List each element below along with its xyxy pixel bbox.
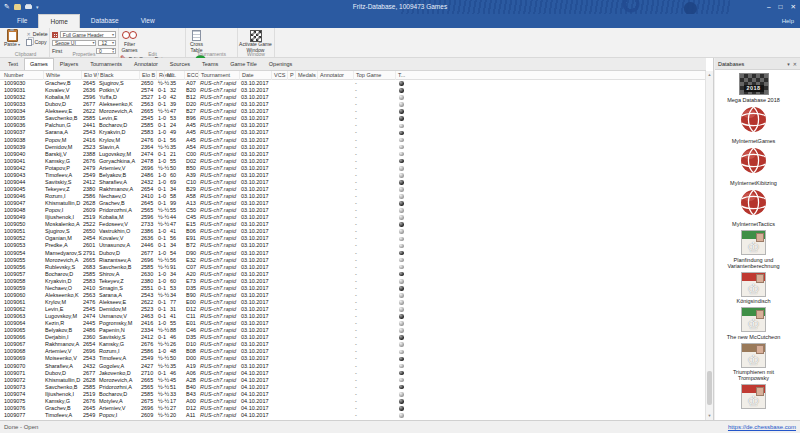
database-item-myinternetkibitzing[interactable]: MyInternetKibitzing [730, 147, 777, 186]
column-header-top-game[interactable]: Top Game [353, 71, 395, 80]
game-row[interactable]: 1009049Iljiushenok,I2519Kobalia,M2596½-½… [0, 214, 706, 221]
game-row[interactable]: 1009055Morozevich,A2665Riazantsev,A2696½… [0, 257, 706, 264]
column-header-eco[interactable]: ECO [184, 71, 197, 80]
game-row[interactable]: 1009054Mamedyarov,S2791Dubov,D26771-054D… [0, 250, 706, 257]
column-header-black[interactable]: Black [97, 71, 138, 80]
game-row[interactable]: 1009048Popov,I2609Pridorozhni,A2565½-½55… [0, 207, 706, 214]
font-size-select[interactable]: 12▾ [98, 40, 116, 47]
column-header-tournament[interactable]: Tournament [198, 71, 238, 80]
game-row[interactable]: 1009033Dubov,D2677Alekseenko,K25630-139D… [0, 101, 706, 108]
list-tab-games[interactable]: Games [24, 58, 54, 70]
game-row[interactable]: 1009046Rozum,I2586Nechaev,O24101-058A58R… [0, 193, 706, 200]
game-row[interactable]: 1009075Kamsky,G2676Motylev,A2675½-½17A00… [0, 398, 706, 405]
game-header-select[interactable]: Full Game Header▾ [60, 31, 116, 38]
list-tab-openings[interactable]: Openings [263, 58, 299, 70]
database-item-planfindung-und-variantenberechnung[interactable]: ♔Planfindung und Variantenberechnung [718, 230, 790, 269]
game-row[interactable]: 1009058Kryakvin,D2583Tekeyev,Z23801-060E… [0, 278, 706, 285]
game-row[interactable]: 1009030Grachev,B2645Sjugirov,S2650½-½35A… [0, 80, 706, 87]
column-header-m[interactable]: M... [164, 71, 180, 80]
game-row[interactable]: 1009035Savchenko,B2585Levin,E25451-053B9… [0, 115, 706, 122]
help-link[interactable]: Help [782, 14, 794, 28]
copy-button[interactable]: Copy [26, 39, 47, 46]
game-row[interactable]: 1009050Moskalenko,A2522Fedoseev,V2733½-½… [0, 221, 706, 228]
game-row[interactable]: 1009072Khismatullin,D2628Morozevich,A266… [0, 377, 706, 384]
game-row[interactable]: 1009052Oganian,M2454Kovalev,V26360-156E9… [0, 235, 706, 242]
cross-table-button[interactable]: Cross Table [186, 28, 207, 53]
game-row[interactable]: 1009061Krylov,M2476Alekseev,E26220-177E0… [0, 299, 706, 306]
game-row[interactable]: 1009065Belyakov,B2486Papenin,N2334½-½88C… [0, 327, 706, 334]
column-header-t[interactable]: T... [395, 71, 407, 80]
game-row[interactable]: 1009064Kezin,R2445Pogromsky,M24161-055E0… [0, 320, 706, 327]
game-row[interactable]: 1009068Artemiev,V2696Rozum,I25861-048B08… [0, 348, 706, 355]
list-tab-sources[interactable]: Sources [164, 58, 196, 70]
close-button[interactable]: ✕ [791, 0, 796, 14]
game-row[interactable]: 1009056Rublevsky,S2683Savchenko,B2585½-½… [0, 264, 706, 271]
maximize-button[interactable]: □ [779, 0, 783, 14]
game-row[interactable]: 1009051Sjugirov,S2650Vastrukhin,O23861-0… [0, 228, 706, 235]
database-item-the-new-mccutcheon[interactable]: ♔The new McCutcheon [727, 307, 781, 340]
game-row[interactable]: 1009070Sharafiev,A2432Gogolev,A2427½-½35… [0, 363, 706, 370]
game-row[interactable]: 1009067Rakhmanov,A2654Kamsky,G2676½-½26D… [0, 341, 706, 348]
column-header-date[interactable]: Date [239, 71, 270, 80]
game-row[interactable]: 1009069Moiseenko,V2543Timofeev,A2549½-½5… [0, 355, 706, 362]
game-row[interactable]: 1009041Kamsky,G2676Goryachkina,A24781-05… [0, 158, 706, 165]
game-row[interactable]: 1009032Kobalia,M2596Yuffa,D25271-042B12R… [0, 94, 706, 101]
games-scrollbar-thumb[interactable] [707, 371, 712, 405]
game-row[interactable]: 1009077Timofeev,A2549Popov,I2609½-½20A11… [0, 412, 706, 419]
game-row[interactable]: 1009060Alekseenko,K2563Sarana,A2543½-½34… [0, 292, 706, 299]
ribbon-tab-view[interactable]: View [130, 14, 166, 28]
games-scrollbar[interactable]: ▲ ▼ [705, 71, 713, 420]
game-row[interactable]: 1009071Dubov,D2677Jakovenko,D27100-146A0… [0, 370, 706, 377]
column-header-white[interactable]: White [43, 71, 81, 80]
game-row[interactable]: 1009076Grachev,B2645Artemiev,V2696½-½27D… [0, 405, 706, 412]
database-item-dvd-red[interactable]: ♔ [741, 384, 766, 409]
filter-games-button[interactable]: Filter Games [120, 28, 139, 53]
game-row[interactable]: 1009039Demidov,M2523Slavin,A2364½-½35A54… [0, 144, 706, 151]
column-header-p[interactable]: P [287, 71, 294, 80]
database-item-mega-database-2018[interactable]: 2018Mega Database 2018 [727, 73, 780, 103]
database-item-k-nigsindisch[interactable]: ♔Königsindisch [737, 272, 771, 305]
game-row[interactable]: 1009063Lugovskoy,M2474Usmanov,V24630-141… [0, 313, 706, 320]
ribbon-tab-home[interactable]: Home [38, 14, 79, 28]
list-tab-text[interactable]: Text [2, 58, 24, 70]
list-tab-tournaments[interactable]: Tournaments [84, 58, 128, 70]
game-row[interactable]: 1009043Timofeev,A2549Belyakov,B24861-060… [0, 172, 706, 179]
ribbon-tab-database[interactable]: Database [80, 14, 130, 28]
game-row[interactable]: 1009066Derjabin,I2360Savitskiy,S24120-14… [0, 334, 706, 341]
column-header-medals[interactable]: Medals [295, 71, 315, 80]
game-row[interactable]: 1009042Potapov,P2479Artemiev,V2696½-½50B… [0, 165, 706, 172]
game-row[interactable]: 1009059Nechaev,O2410Smagin,S25510-153D35… [0, 285, 706, 292]
game-row[interactable]: 1009034Alekseev,E2622Morozevich,A2665½-½… [0, 108, 706, 115]
ribbon-tab-file[interactable]: File [6, 14, 38, 28]
chessbase-link[interactable]: https://de.chessbase.com [728, 421, 796, 433]
activate-game-window-button[interactable]: Activate Game Window [238, 28, 273, 53]
game-row[interactable]: 1009047Khismatullin,D2628Grachev,B26450-… [0, 200, 706, 207]
game-row[interactable]: 1009073Savchenko,B2585Pridorozhni,A2565½… [0, 384, 706, 391]
scroll-down-icon[interactable]: ▼ [706, 412, 713, 420]
game-row[interactable]: 1009053Predke,A2601Utnasunov,A24460-134B… [0, 242, 706, 249]
column-header-vcs[interactable]: VCS [271, 71, 285, 80]
list-tab-players[interactable]: Players [54, 58, 84, 70]
game-row[interactable]: 1009037Sarana,A2543Kryakvin,D25831-049A4… [0, 129, 706, 136]
game-row[interactable]: 1009036Palchun,G2441Bocharov,D25850-124A… [0, 122, 706, 129]
database-item-myinternettactics[interactable]: MyInternetTactics [732, 189, 775, 228]
list-tab-annotator[interactable]: Annotator [128, 58, 164, 70]
font-name-select[interactable]: Segoe UI▾ [52, 40, 96, 47]
game-row[interactable]: 1009031Kovalev,V2636Potkin,V25740-132B20… [0, 87, 706, 94]
column-header-annotator[interactable]: Annotator [317, 71, 351, 80]
paste-button[interactable]: Paste ▾ [2, 28, 22, 48]
game-row[interactable]: 1009040Barskij,V2388Lugovskoy,M24740-121… [0, 151, 706, 158]
game-row[interactable]: 1009057Bocharov,D2585Shirov,A26301-034A2… [0, 271, 706, 278]
panel-close-icon[interactable]: ✕ [793, 59, 797, 69]
game-row[interactable]: 1009044Savitskiy,S2412Sharafiev,A24321-0… [0, 179, 706, 186]
database-item-triumphieren-mit-trompowsky[interactable]: ♔Triumphieren mit Trompowsky [718, 343, 790, 382]
database-item-myinternetgames[interactable]: MyInternetGames [732, 106, 776, 145]
game-row[interactable]: 1009045Tekeyev,Z2380Rakhmanov,A26540-134… [0, 186, 706, 193]
game-row[interactable]: 1009038Popov,M2416Krylov,M24760-156A45RU… [0, 137, 706, 144]
column-header-number[interactable]: Number [2, 71, 42, 80]
game-row[interactable]: 1009074Iljiushenok,I2519Bocharov,D2585½-… [0, 391, 706, 398]
scroll-up-icon[interactable]: ▲ [706, 71, 713, 79]
delete-button[interactable]: ✕Delete [26, 31, 47, 38]
list-tab-teams[interactable]: Teams [196, 58, 224, 70]
list-tab-game-title[interactable]: Game Title [224, 58, 263, 70]
